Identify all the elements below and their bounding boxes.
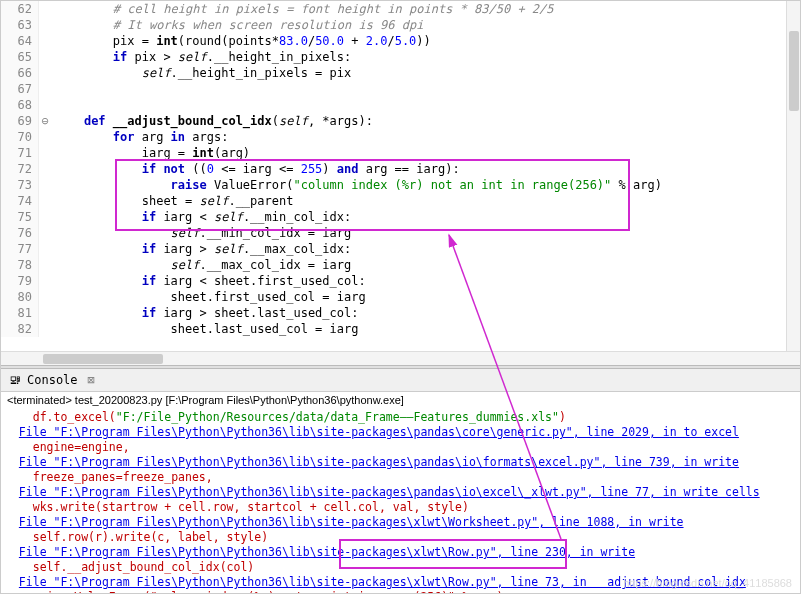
line-number: 72	[1, 161, 39, 177]
code-content[interactable]: sheet.last_used_col = iarg	[51, 321, 800, 337]
console-output[interactable]: df.to_excel("F:/File_Python/Resources/da…	[1, 408, 800, 594]
editor-horizontal-scrollbar[interactable]	[1, 351, 800, 365]
code-content[interactable]: if iarg < self.__min_col_idx:	[51, 209, 800, 225]
code-content[interactable]: def __adjust_bound_col_idx(self, *args):	[51, 113, 800, 129]
code-line[interactable]: 69⊖ def __adjust_bound_col_idx(self, *ar…	[1, 113, 800, 129]
console-line: File "F:\Program Files\Python\Python36\l…	[5, 455, 796, 470]
fold-indicator	[39, 177, 51, 193]
code-content[interactable]: for arg in args:	[51, 129, 800, 145]
fold-indicator	[39, 273, 51, 289]
console-line: File "F:\Program Files\Python\Python36\l…	[5, 485, 796, 500]
code-line[interactable]: 82 sheet.last_used_col = iarg	[1, 321, 800, 337]
fold-indicator[interactable]: ⊖	[39, 113, 51, 129]
code-editor[interactable]: 62 # cell height in pixels = font height…	[1, 1, 800, 351]
fold-indicator	[39, 193, 51, 209]
code-content[interactable]: pix = int(round(points*83.0/50.0 + 2.0/5…	[51, 33, 800, 49]
console-tab-label[interactable]: Console	[27, 373, 78, 387]
fold-indicator	[39, 305, 51, 321]
fold-indicator	[39, 209, 51, 225]
line-number: 63	[1, 17, 39, 33]
code-line[interactable]: 65 if pix > self.__height_in_pixels:	[1, 49, 800, 65]
code-content[interactable]	[51, 81, 800, 97]
console-line: raise ValueError("column index (%r) not …	[5, 590, 796, 594]
console-line: File "F:\Program Files\Python\Python36\l…	[5, 545, 796, 560]
scrollbar-thumb[interactable]	[789, 31, 799, 111]
fold-indicator	[39, 241, 51, 257]
code-content[interactable]: iarg = int(arg)	[51, 145, 800, 161]
line-number: 73	[1, 177, 39, 193]
line-number: 71	[1, 145, 39, 161]
code-line[interactable]: 76 self.__min_col_idx = iarg	[1, 225, 800, 241]
line-number: 80	[1, 289, 39, 305]
code-line[interactable]: 80 sheet.first_used_col = iarg	[1, 289, 800, 305]
line-number: 79	[1, 273, 39, 289]
code-line[interactable]: 68	[1, 97, 800, 113]
fold-indicator	[39, 145, 51, 161]
fold-indicator	[39, 129, 51, 145]
code-line[interactable]: 63 # It works when screen resolution is …	[1, 17, 800, 33]
code-line[interactable]: 75 if iarg < self.__min_col_idx:	[1, 209, 800, 225]
line-number: 70	[1, 129, 39, 145]
line-number: 76	[1, 225, 39, 241]
code-content[interactable]: raise ValueError("column index (%r) not …	[51, 177, 800, 193]
code-content[interactable]: if not ((0 <= iarg <= 255) and arg == ia…	[51, 161, 800, 177]
code-content[interactable]: self.__max_col_idx = iarg	[51, 257, 800, 273]
traceback-file-link[interactable]: File "F:\Program Files\Python\Python36\l…	[19, 425, 739, 439]
code-content[interactable]: self.__height_in_pixels = pix	[51, 65, 800, 81]
line-number: 82	[1, 321, 39, 337]
code-line[interactable]: 77 if iarg > self.__max_col_idx:	[1, 241, 800, 257]
scrollbar-thumb[interactable]	[43, 354, 163, 364]
code-line[interactable]: 72 if not ((0 <= iarg <= 255) and arg ==…	[1, 161, 800, 177]
code-content[interactable]: if iarg > sheet.last_used_col:	[51, 305, 800, 321]
fold-indicator	[39, 81, 51, 97]
fold-indicator	[39, 257, 51, 273]
code-line[interactable]: 79 if iarg < sheet.first_used_col:	[1, 273, 800, 289]
line-number: 78	[1, 257, 39, 273]
console-line: self.__adjust_bound_col_idx(col)	[5, 560, 796, 575]
fold-indicator	[39, 289, 51, 305]
traceback-file-link[interactable]: File "F:\Program Files\Python\Python36\l…	[19, 455, 739, 469]
close-icon[interactable]: ⊠	[88, 373, 95, 387]
line-number: 66	[1, 65, 39, 81]
code-content[interactable]	[51, 97, 800, 113]
line-number: 69	[1, 113, 39, 129]
code-content[interactable]: # It works when screen resolution is 96 …	[51, 17, 800, 33]
editor-vertical-scrollbar[interactable]	[786, 1, 800, 351]
console-line: engine=engine,	[5, 440, 796, 455]
code-content[interactable]: sheet.first_used_col = iarg	[51, 289, 800, 305]
code-line[interactable]: 71 iarg = int(arg)	[1, 145, 800, 161]
line-number: 64	[1, 33, 39, 49]
fold-indicator	[39, 321, 51, 337]
code-content[interactable]: self.__min_col_idx = iarg	[51, 225, 800, 241]
code-line[interactable]: 74 sheet = self.__parent	[1, 193, 800, 209]
code-content[interactable]: if pix > self.__height_in_pixels:	[51, 49, 800, 65]
code-line[interactable]: 78 self.__max_col_idx = iarg	[1, 257, 800, 273]
code-line[interactable]: 81 if iarg > sheet.last_used_col:	[1, 305, 800, 321]
fold-indicator	[39, 65, 51, 81]
line-number: 65	[1, 49, 39, 65]
traceback-file-link[interactable]: File "F:\Program Files\Python\Python36\l…	[19, 515, 684, 529]
console-line: self.row(r).write(c, label, style)	[5, 530, 796, 545]
line-number: 67	[1, 81, 39, 97]
console-icon: 🖳	[9, 373, 21, 387]
code-line[interactable]: 70 for arg in args:	[1, 129, 800, 145]
line-number: 62	[1, 1, 39, 17]
fold-indicator	[39, 33, 51, 49]
traceback-file-link[interactable]: File "F:\Program Files\Python\Python36\l…	[19, 485, 760, 499]
code-line[interactable]: 64 pix = int(round(points*83.0/50.0 + 2.…	[1, 33, 800, 49]
code-content[interactable]: if iarg < sheet.first_used_col:	[51, 273, 800, 289]
code-line[interactable]: 62 # cell height in pixels = font height…	[1, 1, 800, 17]
traceback-file-link[interactable]: File "F:\Program Files\Python\Python36\l…	[19, 545, 635, 559]
code-line[interactable]: 73 raise ValueError("column index (%r) n…	[1, 177, 800, 193]
code-content[interactable]: sheet = self.__parent	[51, 193, 800, 209]
code-content[interactable]: # cell height in pixels = font height in…	[51, 1, 800, 17]
fold-indicator	[39, 49, 51, 65]
fold-indicator	[39, 1, 51, 17]
fold-indicator	[39, 161, 51, 177]
fold-indicator	[39, 97, 51, 113]
code-line[interactable]: 67	[1, 81, 800, 97]
code-line[interactable]: 66 self.__height_in_pixels = pix	[1, 65, 800, 81]
watermark: https://blog.csdn.net/qq_41185868	[623, 577, 792, 589]
code-content[interactable]: if iarg > self.__max_col_idx:	[51, 241, 800, 257]
console-line: wks.write(startrow + cell.row, startcol …	[5, 500, 796, 515]
